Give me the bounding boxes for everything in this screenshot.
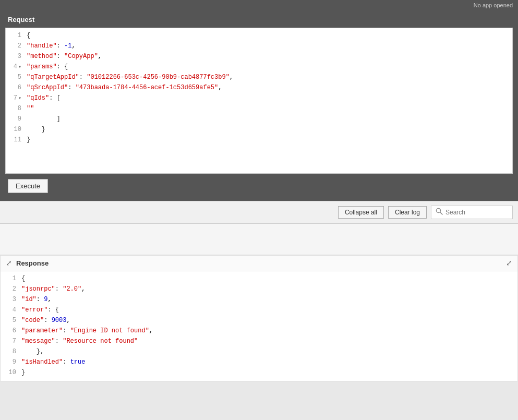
execute-area: Execute [0,174,518,201]
line-content: } [21,368,517,378]
request-section: Request 1{2"handle": -1,3"method": "Copy… [0,10,518,201]
search-input[interactable] [445,209,508,216]
line-content: "params": { [27,62,512,72]
request-editor[interactable]: 1{2"handle": -1,3"method": "CopyApp",4▾"… [5,28,513,174]
line-number: 5 [6,73,27,82]
toolbar: Collapse all Clear log [0,201,518,224]
line-content: { [21,274,517,284]
search-icon [436,208,443,217]
line-content: "isHandled": true [21,357,517,367]
expand-left-icon[interactable]: ⤢ [6,259,12,268]
line-content: "qSrcAppId": "473baada-1784-4456-acef-1c… [27,83,512,93]
code-line: 10 } [6,125,512,135]
line-number: 8 [6,104,27,114]
code-line: 6"parameter": "Engine ID not found", [1,326,517,337]
top-bar: No app opened [0,0,518,10]
line-number: 10 [6,125,27,135]
line-number: 7 [1,337,21,346]
code-line: 9 ] [6,114,512,125]
execute-button[interactable]: Execute [8,179,48,193]
line-number: 7▾ [6,93,27,103]
line-number: 6 [6,83,27,93]
line-content: "code": 9003, [21,316,517,326]
line-content: "handle": -1, [27,41,512,51]
line-number: 10 [1,368,21,378]
line-number: 4 [1,305,21,315]
response-header-bar: ⤢ Response ⤢ [1,256,517,271]
response-title: Response [16,259,49,267]
line-content: } [27,135,512,145]
line-number: 8 [1,347,21,357]
line-content: } [27,125,512,135]
code-line: 3"method": "CopyApp", [6,52,512,62]
response-editor[interactable]: 1{2"jsonrpc": "2.0",3"id": 9,4"error": {… [1,271,517,381]
log-area [0,224,518,255]
code-line: 4"error": { [1,305,517,316]
svg-line-1 [440,212,443,215]
line-number: 3 [6,52,27,62]
line-content: "error": { [21,305,517,315]
line-number: 1 [6,31,27,41]
collapse-arrow[interactable]: ▾ [18,95,21,101]
line-content: "parameter": "Engine ID not found", [21,326,517,336]
code-line: 8 }, [1,347,517,357]
search-box [431,206,513,219]
line-content: "message": "Resource not found" [21,337,517,346]
expand-right-icon[interactable]: ⤢ [506,259,512,268]
code-line: 5"code": 9003, [1,316,517,326]
line-content: ] [27,114,512,124]
line-number: 5 [1,316,21,326]
code-line: 10} [1,368,517,378]
line-number: 4▾ [6,62,27,72]
line-number: 6 [1,326,21,336]
code-line: 7"message": "Resource not found" [1,337,517,347]
code-line: 5"qTargetAppId": "01012266-653c-4256-90b… [6,73,512,83]
line-content: "qIds": [ [27,93,512,103]
code-line: 2"jsonrpc": "2.0", [1,284,517,295]
line-number: 3 [1,295,21,305]
request-title: Request [0,10,518,28]
no-app-text: No app opened [474,2,513,8]
clear-log-button[interactable]: Clear log [388,206,427,219]
line-content: "qTargetAppId": "01012266-653c-4256-90b9… [27,73,512,82]
line-content: { [27,31,512,41]
code-line: 3"id": 9, [1,295,517,305]
line-content: "id": 9, [21,295,517,305]
collapse-all-button[interactable]: Collapse all [338,206,384,219]
response-section: ⤢ Response ⤢ 1{2"jsonrpc": "2.0",3"id": … [0,255,518,381]
line-content: }, [21,347,517,357]
line-number: 2 [6,41,27,51]
code-line: 9"isHandled": true [1,357,517,368]
code-line: 7▾"qIds": [ [6,93,512,104]
line-content: "" [27,104,512,114]
code-line: 4▾"params": { [6,62,512,73]
line-number: 2 [1,284,21,294]
line-number: 11 [6,135,27,145]
code-line: 6"qSrcAppId": "473baada-1784-4456-acef-1… [6,83,512,93]
line-content: "jsonrpc": "2.0", [21,284,517,294]
code-line: 1{ [1,274,517,284]
line-number: 1 [1,274,21,284]
code-line: 1{ [6,31,512,41]
code-line: 11} [6,135,512,146]
code-line: 8"" [6,104,512,114]
line-number: 9 [6,114,27,124]
collapse-arrow[interactable]: ▾ [18,64,21,70]
line-number: 9 [1,357,21,367]
line-content: "method": "CopyApp", [27,52,512,62]
code-line: 2"handle": -1, [6,41,512,52]
